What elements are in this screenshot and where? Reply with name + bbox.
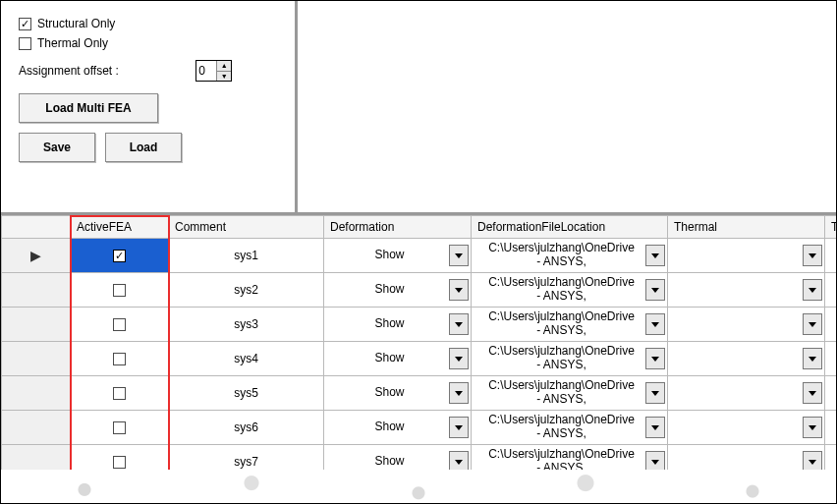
deformation-cell[interactable]: Show [324, 376, 472, 411]
dropdown-icon[interactable] [449, 279, 469, 301]
thermal-cell[interactable] [668, 239, 825, 273]
deformation-combo[interactable]: Show [324, 411, 471, 444]
thermal-file-location-cell[interactable] [825, 445, 837, 479]
deformation-file-location-cell[interactable]: C:\Users\julzhang\OneDrive- ANSYS, [472, 445, 668, 479]
thermal-combo[interactable] [668, 239, 824, 272]
thermal-file-location-cell[interactable] [825, 308, 837, 342]
fea-grid[interactable]: ActiveFEA Comment Deformation Deformatio… [1, 215, 836, 479]
spinner-up-icon[interactable]: ▲ [217, 61, 231, 72]
deformation-file-location-combo[interactable]: C:\Users\julzhang\OneDrive- ANSYS, [472, 239, 667, 272]
deformation-combo[interactable]: Show [324, 273, 471, 307]
comment-cell[interactable]: sys1 [169, 239, 324, 273]
activefea-checkbox[interactable] [113, 353, 126, 365]
grid-header-activefea[interactable]: ActiveFEA [71, 216, 169, 239]
activefea-cell[interactable] [71, 445, 169, 479]
thermal-cell[interactable] [668, 342, 825, 376]
deformation-file-location-combo[interactable]: C:\Users\julzhang\OneDrive- ANSYS, [472, 273, 667, 307]
grid-header-comment[interactable]: Comment [169, 216, 324, 239]
grid-header-thermal-file-location[interactable]: Then [825, 216, 837, 239]
thermal-combo[interactable] [668, 376, 824, 410]
activefea-cell[interactable] [71, 411, 169, 445]
deformation-file-location-combo[interactable]: C:\Users\julzhang\OneDrive- ANSYS, [472, 411, 667, 444]
thermal-combo[interactable] [668, 308, 824, 341]
deformation-file-location-combo[interactable]: C:\Users\julzhang\OneDrive- ANSYS, [472, 342, 667, 375]
thermal-combo[interactable] [668, 445, 824, 478]
structural-only-row[interactable]: Structural Only [19, 17, 285, 30]
dropdown-icon[interactable] [645, 451, 665, 473]
dropdown-icon[interactable] [645, 245, 665, 266]
row-indicator[interactable] [2, 376, 71, 411]
thermal-cell[interactable] [668, 273, 825, 308]
activefea-checkbox[interactable] [113, 421, 126, 434]
thermal-combo[interactable] [668, 273, 824, 307]
comment-cell[interactable]: sys3 [169, 308, 324, 342]
dropdown-icon[interactable] [803, 245, 822, 266]
thermal-file-location-cell[interactable] [825, 239, 837, 273]
dropdown-icon[interactable] [645, 313, 665, 335]
dropdown-icon[interactable] [645, 348, 665, 369]
grid-header-deformation-file-location[interactable]: DeformationFileLocation [472, 216, 668, 239]
thermal-combo[interactable] [668, 411, 824, 444]
activefea-checkbox[interactable] [113, 456, 126, 469]
dropdown-icon[interactable] [449, 417, 469, 438]
grid-header-deformation[interactable]: Deformation [324, 216, 472, 239]
comment-cell[interactable]: sys7 [169, 445, 324, 479]
dropdown-icon[interactable] [645, 417, 665, 438]
thermal-combo[interactable] [668, 342, 824, 375]
row-indicator[interactable] [2, 411, 71, 445]
thermal-only-checkbox[interactable] [19, 37, 31, 50]
comment-cell[interactable]: sys4 [169, 342, 324, 376]
load-multi-fea-button[interactable]: Load Multi FEA [19, 93, 158, 123]
deformation-file-location-cell[interactable]: C:\Users\julzhang\OneDrive- ANSYS, [472, 376, 668, 411]
dropdown-icon[interactable] [449, 451, 469, 473]
activefea-cell[interactable] [71, 376, 169, 411]
deformation-file-location-cell[interactable]: C:\Users\julzhang\OneDrive- ANSYS, [472, 273, 668, 308]
deformation-file-location-cell[interactable]: C:\Users\julzhang\OneDrive- ANSYS, [472, 239, 668, 273]
activefea-checkbox[interactable] [113, 284, 126, 297]
thermal-cell[interactable] [668, 308, 825, 342]
spinner-down-icon[interactable]: ▼ [217, 72, 231, 82]
deformation-cell[interactable]: Show [324, 342, 472, 376]
deformation-cell[interactable]: Show [324, 445, 472, 479]
deformation-combo[interactable]: Show [324, 308, 471, 341]
deformation-file-location-combo[interactable]: C:\Users\julzhang\OneDrive- ANSYS, [472, 308, 667, 341]
load-button[interactable]: Load [105, 133, 182, 162]
deformation-combo[interactable]: Show [324, 239, 471, 272]
deformation-cell[interactable]: Show [324, 411, 472, 445]
structural-only-checkbox[interactable] [19, 18, 31, 30]
activefea-cell[interactable] [71, 342, 169, 376]
activefea-cell[interactable] [71, 239, 169, 273]
table-row[interactable]: sys7ShowC:\Users\julzhang\OneDrive- ANSY… [2, 445, 837, 479]
thermal-file-location-cell[interactable] [825, 376, 837, 411]
activefea-checkbox[interactable] [113, 250, 126, 262]
deformation-file-location-combo[interactable]: C:\Users\julzhang\OneDrive- ANSYS, [472, 445, 667, 478]
assignment-offset-input[interactable] [196, 61, 216, 81]
row-indicator[interactable]: ▶ [2, 239, 71, 273]
thermal-only-row[interactable]: Thermal Only [19, 36, 285, 50]
row-indicator[interactable] [2, 308, 71, 342]
table-row[interactable]: sys2ShowC:\Users\julzhang\OneDrive- ANSY… [2, 273, 837, 308]
dropdown-icon[interactable] [645, 382, 665, 404]
activefea-cell[interactable] [71, 308, 169, 342]
table-row[interactable]: sys5ShowC:\Users\julzhang\OneDrive- ANSY… [2, 376, 837, 411]
comment-cell[interactable]: sys5 [169, 376, 324, 411]
deformation-cell[interactable]: Show [324, 273, 472, 308]
deformation-file-location-combo[interactable]: C:\Users\julzhang\OneDrive- ANSYS, [472, 376, 667, 410]
thermal-file-location-cell[interactable] [825, 411, 837, 445]
grid-header-thermal[interactable]: Thermal [668, 216, 825, 239]
dropdown-icon[interactable] [449, 245, 469, 266]
dropdown-icon[interactable] [449, 313, 469, 335]
table-row[interactable]: sys4ShowC:\Users\julzhang\OneDrive- ANSY… [2, 342, 837, 376]
deformation-file-location-cell[interactable]: C:\Users\julzhang\OneDrive- ANSYS, [472, 411, 668, 445]
activefea-checkbox[interactable] [113, 318, 126, 331]
activefea-cell[interactable] [71, 273, 169, 308]
dropdown-icon[interactable] [449, 382, 469, 404]
deformation-cell[interactable]: Show [324, 239, 472, 273]
thermal-cell[interactable] [668, 376, 825, 411]
row-indicator[interactable] [2, 445, 71, 479]
dropdown-icon[interactable] [803, 279, 822, 301]
activefea-checkbox[interactable] [113, 387, 126, 400]
thermal-cell[interactable] [668, 411, 825, 445]
dropdown-icon[interactable] [803, 382, 822, 404]
deformation-cell[interactable]: Show [324, 308, 472, 342]
